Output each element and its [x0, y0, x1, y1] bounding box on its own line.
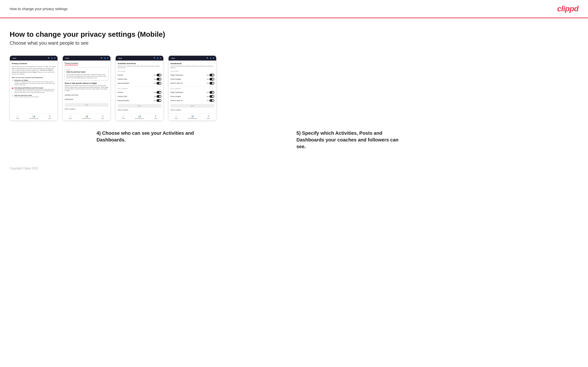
toggle-coaches-manual-switch[interactable]: ON: [154, 82, 161, 84]
toggle-followers-manual-switch[interactable]: ON: [154, 99, 161, 102]
toggle-followers-work-on[interactable]: What To Work On ON: [171, 99, 214, 103]
help-support-2[interactable]: Help & Support: [65, 108, 108, 110]
phone-3-footer: ⌂ Home 📊 My Performance ≡ Menu: [116, 113, 163, 120]
toggle-followers-rounds-switch[interactable]: ON: [154, 91, 161, 94]
phone-1-back[interactable]: ‹ Back: [12, 57, 16, 59]
toggle-followers-drills[interactable]: Practice Drills ON: [118, 94, 161, 99]
phone-4-back[interactable]: ‹ Back: [171, 57, 175, 59]
footer-home-4[interactable]: ⌂ Home: [175, 115, 178, 119]
footer-home[interactable]: ⌂ Home: [16, 115, 19, 119]
settings-icon-2[interactable]: ⊕: [107, 57, 108, 59]
toggle-followers-round-insights[interactable]: Round Insights ON: [171, 94, 214, 99]
divider-1: [118, 86, 161, 87]
save-button-4[interactable]: Save: [171, 104, 214, 108]
page-heading: How to change your privacy settings (Mob…: [10, 30, 578, 38]
search-icon-2[interactable]: 🔍: [101, 57, 103, 59]
toggle-pill-4[interactable]: [156, 91, 161, 94]
search-icon[interactable]: 🔍: [48, 57, 50, 59]
toggle-followers-player-dash-switch[interactable]: ON: [207, 91, 214, 94]
help-support-4[interactable]: Help & Support: [171, 109, 214, 111]
save-button-3[interactable]: Save: [118, 104, 161, 108]
option-approved[interactable]: Only Approved Followers and Your Coach O…: [12, 87, 56, 93]
toggle-coaches-work-on[interactable]: What To Work On ON: [171, 81, 214, 85]
toggle-pill-6[interactable]: [156, 99, 161, 102]
toggle-pill-5[interactable]: [156, 95, 161, 98]
footer-menu-4[interactable]: ≡ Menu: [207, 115, 210, 119]
caption-step4-area: 4) Choose who can see your Activities an…: [10, 130, 292, 150]
option-everyone[interactable]: Everyone on Clippd Everyone on Clippd ca…: [12, 80, 56, 86]
toggle-followers-drills-switch[interactable]: ON: [154, 95, 161, 98]
person-icon-2[interactable]: 👤: [104, 57, 106, 59]
toggle-pill[interactable]: [156, 74, 161, 76]
toggle-followers-manual[interactable]: Manual Activities ON: [118, 99, 161, 103]
phone-2-back[interactable]: ‹ Back: [65, 57, 69, 59]
toggle-pill-11[interactable]: [209, 95, 214, 98]
chevron-right-icon: ›: [108, 94, 108, 96]
menu-dashboards[interactable]: Dashboards ›: [65, 97, 108, 102]
menu-activities[interactable]: Activities and Posts ›: [65, 93, 108, 97]
option-you-coach[interactable]: Only You and Your Coach Only you and the…: [12, 95, 56, 98]
radio-you-coach[interactable]: [12, 95, 13, 97]
phone-2-col: ‹ Back 🔍 👤 ⊕ Privacy Controls: [62, 56, 111, 125]
settings-icon-4[interactable]: ⊕: [213, 57, 214, 59]
person-icon-4[interactable]: 👤: [210, 57, 212, 59]
toggle-pill-12-off[interactable]: [209, 99, 214, 102]
settings-icon-3[interactable]: ⊕: [160, 57, 161, 59]
toggle-coaches-manual[interactable]: Manual Activities ON: [118, 81, 161, 85]
footer-menu[interactable]: ≡ Menu: [48, 115, 52, 119]
radio-everyone[interactable]: [12, 80, 13, 81]
chart-icon-3: 📊: [138, 115, 141, 117]
footer-performance-3[interactable]: 📊 My Performance: [135, 115, 144, 119]
search-icon-3[interactable]: 🔍: [154, 57, 156, 59]
settings-icon[interactable]: ⊕: [54, 57, 56, 59]
toggle-followers-player-dash[interactable]: Player Dashboard ON: [171, 90, 214, 94]
toggle-pill-8[interactable]: [209, 78, 214, 80]
menu-icon: ≡: [49, 115, 51, 117]
back-label-3: Back: [119, 57, 122, 59]
popup-title: Only You and Your Coach: [66, 71, 107, 73]
toggle-followers-rounds[interactable]: Rounds ON: [118, 90, 161, 94]
toggle-pill-3[interactable]: [156, 82, 161, 84]
phone-1-header: ‹ Back 🔍 👤 ⊕: [10, 56, 58, 60]
person-icon-3[interactable]: 👤: [157, 57, 159, 59]
footer-performance-2[interactable]: 📊 My Performance: [82, 115, 91, 119]
toggle-coaches-work-on-switch[interactable]: ON: [207, 82, 214, 84]
toggle-coaches-player-dash[interactable]: Player Dashboard ON: [171, 73, 214, 77]
phone-3-back[interactable]: ‹ Back: [118, 57, 122, 59]
coaches-manual-label: Manual Activities: [118, 82, 129, 84]
footer-menu-2[interactable]: ≡ Menu: [101, 115, 104, 119]
save-button-2[interactable]: Save: [65, 103, 108, 107]
footer-performance-4[interactable]: 📊 My Performance: [188, 115, 197, 119]
help-support-3[interactable]: Help & Support: [118, 109, 161, 111]
toggle-pill-9[interactable]: [209, 82, 214, 84]
toggle-coaches-round-insights-switch[interactable]: ON: [207, 78, 214, 80]
toggle-pill-2[interactable]: [156, 78, 161, 80]
footer-performance[interactable]: 📊 My Performance: [29, 115, 38, 119]
chevron-left-icon: ‹: [12, 57, 12, 59]
footer-home-label: Home: [16, 118, 19, 119]
toggle-coaches-rounds[interactable]: Rounds ON: [118, 73, 161, 77]
phone-4-icons: 🔍 👤 ⊕: [207, 57, 214, 59]
search-icon-4[interactable]: 🔍: [207, 57, 208, 59]
screen2-tab[interactable]: Privacy Controls: [65, 62, 78, 65]
divider-2: [171, 86, 214, 87]
radio-approved[interactable]: [12, 87, 13, 89]
toggle-followers-round-insights-switch[interactable]: ON: [207, 95, 214, 98]
toggle-coaches-round-insights[interactable]: Round Insights ON: [171, 77, 214, 81]
followers-work-on-label: What To Work On: [171, 100, 183, 101]
toggle-coaches-player-dash-switch[interactable]: ON: [207, 74, 214, 76]
footer-menu-3[interactable]: ≡ Menu: [154, 115, 157, 119]
person-icon[interactable]: 👤: [51, 57, 53, 59]
show-hide-title: Show or hide specific features in Clippd: [65, 82, 108, 84]
footer-home-3[interactable]: ⌂ Home: [122, 115, 125, 119]
followers-drills-label: Practice Drills: [118, 96, 127, 97]
toggle-coaches-drills[interactable]: Practice Drills ON: [118, 77, 161, 81]
toggle-followers-work-on-switch[interactable]: ON: [207, 99, 214, 102]
footer-home-2[interactable]: ⌂ Home: [69, 115, 72, 119]
toggle-coaches-rounds-switch[interactable]: ON: [154, 74, 161, 76]
screen1-section-label: Who Can See Your Activities and Dashboar…: [12, 77, 56, 78]
toggle-pill-7[interactable]: [209, 74, 214, 76]
toggle-coaches-drills-switch[interactable]: ON: [154, 78, 161, 80]
toggle-pill-10[interactable]: [209, 91, 214, 94]
followers-round-insights-label: Round Insights: [171, 96, 181, 97]
